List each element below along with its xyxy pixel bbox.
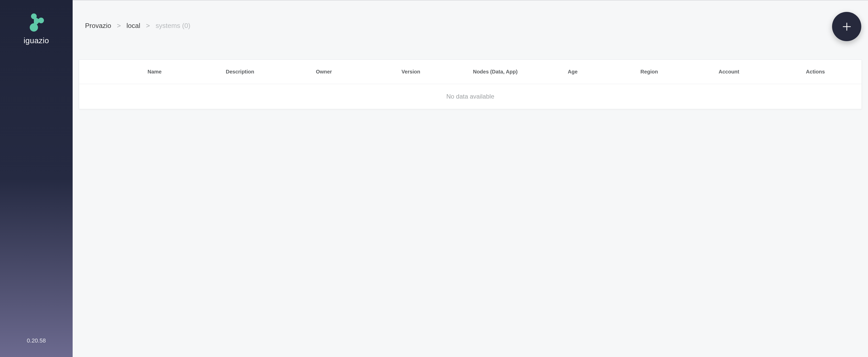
column-header-description[interactable]: Description bbox=[199, 69, 281, 75]
add-button[interactable] bbox=[832, 12, 861, 41]
sidebar: iguazio 0.20.58 bbox=[0, 0, 73, 357]
column-header-region[interactable]: Region bbox=[610, 69, 689, 75]
breadcrumb-second[interactable]: local bbox=[126, 22, 140, 30]
empty-state: No data available bbox=[79, 84, 862, 109]
column-header-owner[interactable]: Owner bbox=[281, 69, 367, 75]
column-header-account[interactable]: Account bbox=[689, 69, 769, 75]
brand-name: iguazio bbox=[24, 36, 49, 45]
brand-logo[interactable]: iguazio bbox=[24, 13, 49, 45]
topbar: Provazio > local > systems (0) bbox=[73, 1, 868, 59]
column-header-name[interactable]: Name bbox=[110, 69, 199, 75]
breadcrumb-current: systems (0) bbox=[156, 22, 190, 30]
breadcrumb-separator-icon: > bbox=[117, 22, 121, 30]
breadcrumb-separator-icon: > bbox=[146, 22, 150, 30]
column-header-age[interactable]: Age bbox=[535, 69, 610, 75]
column-header-version[interactable]: Version bbox=[367, 69, 455, 75]
systems-table: Name Description Owner Version Nodes (Da… bbox=[79, 59, 862, 109]
version-label: 0.20.58 bbox=[27, 337, 46, 344]
main-content: Provazio > local > systems (0) Name Desc… bbox=[73, 0, 868, 357]
brand-mark-icon bbox=[28, 13, 44, 32]
plus-icon bbox=[842, 22, 851, 31]
table-header: Name Description Owner Version Nodes (Da… bbox=[79, 60, 862, 84]
breadcrumb-root[interactable]: Provazio bbox=[85, 22, 111, 30]
column-header-actions: Actions bbox=[769, 69, 862, 75]
column-header-nodes[interactable]: Nodes (Data, App) bbox=[455, 69, 535, 75]
breadcrumb: Provazio > local > systems (0) bbox=[85, 22, 190, 30]
